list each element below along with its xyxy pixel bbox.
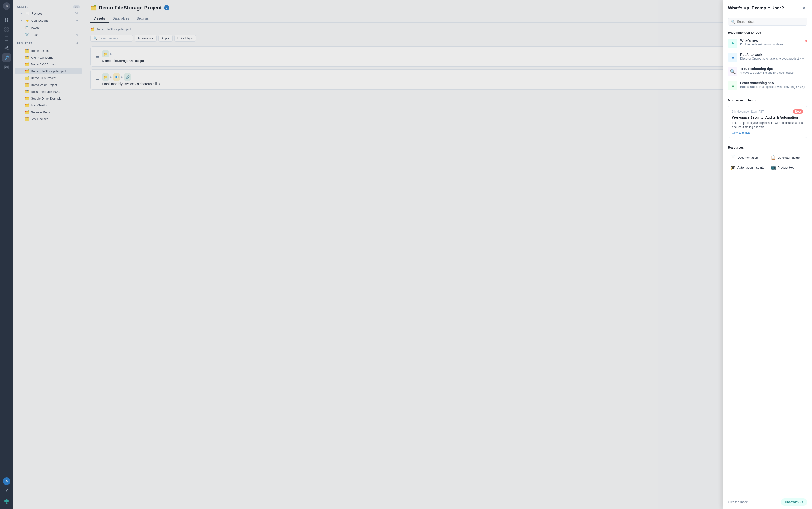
sidebar-item-project[interactable]: 🗂️ Docs Feedback POC	[15, 88, 82, 95]
project-icon: 🗂️	[25, 90, 29, 94]
sidebar-item-project[interactable]: 🗂️ Demo AKV Project	[15, 61, 82, 68]
svg-point-6	[5, 48, 6, 49]
sidebar-item-project[interactable]: 🗂️ Netsuite Demo	[15, 109, 82, 115]
sidebar-item-project[interactable]: 🗂️ API Proxy Demo	[15, 54, 82, 61]
recipe-card[interactable]: ☰ 📁 ▶ Demo FileStorage UI Recipe Never a…	[91, 46, 805, 67]
nav-icon-database[interactable]	[2, 63, 11, 71]
nav-icon-tools[interactable]	[2, 54, 11, 62]
give-feedback-label[interactable]: Give feedback	[728, 500, 747, 504]
chat-with-us-button[interactable]: Chat with us	[781, 499, 807, 506]
resource-item[interactable]: 📋 Quickstart guide	[768, 153, 808, 162]
resource-icon: 📺	[771, 165, 776, 170]
svg-rect-2	[7, 28, 8, 29]
filter-edited-by[interactable]: Edited by ▾	[174, 35, 196, 42]
recipe-flow-icon-3: 🔗	[124, 73, 131, 80]
project-icon: 🗂️	[25, 62, 29, 66]
project-icon: 🗂️	[25, 49, 29, 53]
tabs-bar: AssetsData tablesSettings	[91, 14, 805, 23]
resource-item[interactable]: 📄 Documentation	[728, 153, 767, 162]
sidebar-item-project[interactable]: 🗂️ Test Recipes	[15, 115, 82, 122]
recipe-card[interactable]: ☰ 📁 ▶ 📧 ▶ 🔗 Email monthly invoice via sh…	[91, 69, 805, 90]
project-icon: 🗂️	[25, 83, 29, 87]
nav-icon-export[interactable]	[2, 487, 11, 495]
recommendation-item[interactable]: ✦ What's new Explore the latest product …	[723, 36, 812, 50]
tab-assets[interactable]: Assets	[91, 14, 109, 23]
recipe-list-icon: ☰	[95, 77, 99, 82]
nav-icon-share[interactable]	[2, 44, 11, 53]
recipe-flow-icon-2: 📧	[113, 73, 120, 80]
recipe-flow: 📁 ▶	[102, 50, 144, 58]
filter-all-assets[interactable]: All assets ▾	[135, 35, 156, 42]
main-body: 🗂️ Demo FileStorage Project 🔍 Search ass…	[84, 23, 812, 509]
assets-section-header: ASSETS 51	[13, 4, 83, 10]
connections-toggle[interactable]: ▶	[21, 19, 23, 22]
nav-icon-layers[interactable]	[2, 16, 11, 24]
sidebar-item-trash[interactable]: 🗑️ Trash 0	[15, 31, 82, 38]
breadcrumb-icon: 🗂️	[91, 27, 94, 31]
tab-data-tables[interactable]: Data tables	[109, 14, 133, 23]
recipes-list: ☰ 📁 ▶ Demo FileStorage UI Recipe Never a…	[91, 46, 805, 90]
rec-item-content: What's new Explore the latest product up…	[740, 39, 803, 46]
sidebar-item-pages[interactable]: 📋 Pages 1	[15, 24, 82, 31]
sidebar-item-project[interactable]: 🗂️ Home assets	[15, 47, 82, 54]
notification-dot	[805, 40, 807, 42]
resource-label: Documentation	[737, 156, 758, 159]
main-header: 🗂️ Demo FileStorage Project 8 AssetsData…	[84, 0, 812, 23]
chevron-down-icon: ▾	[191, 36, 193, 40]
rec-item-title: Troubleshooting tips	[740, 67, 807, 71]
panel-search-input[interactable]	[737, 20, 804, 24]
panel-search[interactable]: 🔍	[728, 18, 807, 26]
connections-icon: ⚡	[26, 19, 29, 22]
nav-user-avatar[interactable]: B	[3, 2, 10, 10]
search-icon: 🔍	[94, 36, 97, 40]
resource-item[interactable]: 📺 Product Hour	[768, 163, 808, 172]
sidebar-item-recipes[interactable]: ▶ 📄 Recipes 34	[15, 10, 82, 17]
rec-item-title: Put AI to work	[740, 53, 807, 57]
nav-icon-book[interactable]	[2, 35, 11, 43]
recommendation-item[interactable]: ≡ Put AI to work Discover OpenAI automat…	[723, 50, 812, 65]
sidebar-item-connections[interactable]: ▶ ⚡ Connections 16	[15, 17, 82, 24]
nav-workato-logo[interactable]	[2, 497, 11, 506]
svg-rect-1	[5, 28, 6, 29]
resources-title: Resources	[723, 144, 812, 151]
panel-footer: Give feedback Chat with us	[723, 495, 812, 509]
add-project-button[interactable]: +	[75, 41, 80, 46]
rec-item-desc: 4 ways to quickly find and fix trigger i…	[740, 71, 807, 74]
rec-item-icon: ✦	[728, 39, 737, 48]
rec-item-desc: Build scalable data pipelines with FileS…	[740, 85, 807, 89]
rec-item-title: Learn something new	[740, 81, 807, 85]
webinar-register-link[interactable]: Click to register	[732, 131, 803, 134]
panel-divider	[723, 95, 812, 95]
tab-settings[interactable]: Settings	[133, 14, 152, 23]
rec-item-content: Troubleshooting tips 4 ways to quickly f…	[740, 67, 807, 74]
nav-icon-dashboard[interactable]	[2, 25, 11, 34]
nav-bar: B B	[0, 0, 13, 509]
rec-item-icon: 🔍	[728, 67, 737, 76]
recipes-toggle[interactable]: ▶	[21, 12, 23, 15]
sidebar-item-project[interactable]: 🗂️ Loop Testing	[15, 102, 82, 108]
recommendation-item[interactable]: ≡ Learn something new Build scalable dat…	[723, 79, 812, 93]
filter-app[interactable]: App ▾	[158, 35, 173, 42]
svg-line-8	[6, 48, 7, 49]
sidebar-item-project[interactable]: 🗂️ Demo OPA Project	[15, 75, 82, 81]
recipe-flow-arrow: ▶	[110, 52, 112, 56]
panel-close-button[interactable]: ✕	[801, 5, 807, 11]
panel-title: What's up, Example User?	[728, 5, 784, 10]
sidebar-item-project[interactable]: 🗂️ Demo FileStorage Project	[15, 68, 82, 74]
project-icon: 🗂️	[25, 69, 29, 73]
sidebar-item-project[interactable]: 🗂️ Google Drive Example	[15, 95, 82, 102]
nav-bottom-avatar[interactable]: B	[3, 477, 10, 485]
projects-list: 🗂️ Home assets 🗂️ API Proxy Demo 🗂️ Demo…	[13, 47, 83, 123]
recipe-flow: 📁 ▶ 📧 ▶ 🔗	[102, 73, 160, 80]
sidebar-item-project[interactable]: 🗂️ Demo Vault Project	[15, 81, 82, 88]
svg-line-9	[6, 47, 7, 48]
recommendation-item[interactable]: 🔍 Troubleshooting tips 4 ways to quickly…	[723, 65, 812, 79]
breadcrumb: 🗂️ Demo FileStorage Project	[91, 27, 805, 31]
svg-point-10	[5, 65, 8, 66]
webinar-date: 9th November 11am PST	[732, 110, 764, 113]
project-icon: 🗂️	[25, 97, 29, 100]
search-assets-box[interactable]: 🔍 Search assets	[91, 35, 133, 42]
chevron-down-icon: ▾	[168, 36, 170, 40]
resource-item[interactable]: 🎓 Automation Institute	[728, 163, 767, 172]
main-content: 🗂️ Demo FileStorage Project 8 AssetsData…	[84, 0, 812, 509]
